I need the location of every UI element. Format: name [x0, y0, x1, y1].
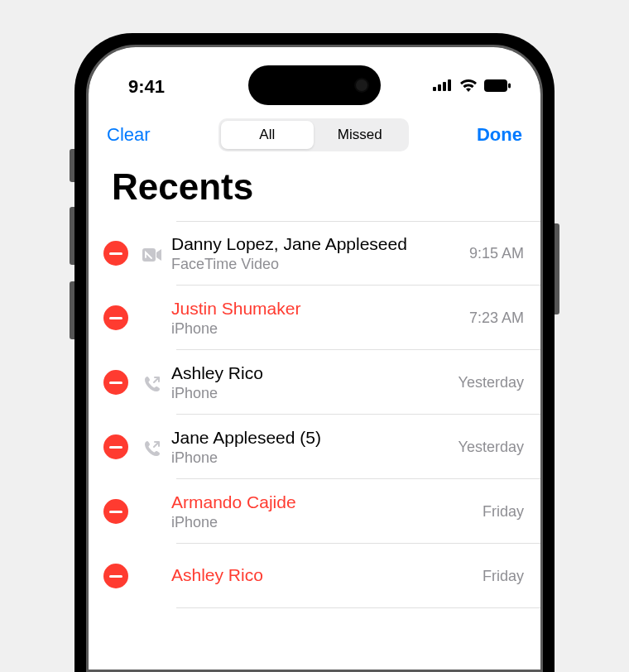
- call-row[interactable]: Danny Lopez, Jane Appleseed FaceTime Vid…: [98, 221, 540, 286]
- caller-name: Ashley Rico: [171, 565, 483, 585]
- delete-button[interactable]: [103, 241, 128, 266]
- call-time: Yesterday: [459, 374, 540, 391]
- svg-rect-0: [433, 87, 436, 91]
- cellular-signal-icon: [433, 79, 453, 94]
- call-type-icon: [140, 510, 165, 513]
- svg-rect-3: [448, 79, 451, 91]
- call-row[interactable]: Ashley Rico Friday: [98, 544, 540, 608]
- call-row[interactable]: Ashley Rico iPhone Yesterday: [98, 350, 540, 415]
- svg-rect-6: [109, 252, 122, 255]
- caller-name: Danny Lopez, Jane Appleseed: [171, 234, 469, 254]
- svg-rect-9: [109, 382, 122, 384]
- call-time: Friday: [483, 568, 540, 585]
- caller-name: Justin Shumaker: [171, 299, 469, 319]
- call-type-icon: [140, 316, 165, 319]
- outgoing-call-icon: [140, 436, 165, 458]
- svg-rect-2: [443, 82, 446, 91]
- caller-name: Armando Cajide: [171, 492, 483, 512]
- navigation-bar: Clear All Missed Done: [89, 105, 540, 160]
- segment-missed[interactable]: Missed: [314, 121, 406, 149]
- call-subtitle: iPhone: [171, 514, 483, 531]
- delete-button[interactable]: [103, 370, 128, 395]
- caller-name: Jane Appleseed (5): [171, 428, 459, 448]
- segment-all[interactable]: All: [221, 121, 314, 149]
- svg-rect-5: [508, 83, 511, 88]
- svg-rect-1: [438, 84, 441, 91]
- call-type-icon: [140, 574, 165, 578]
- call-row[interactable]: Justin Shumaker iPhone 7:23 AM: [98, 286, 540, 350]
- battery-icon: [484, 79, 511, 95]
- phone-frame: 9:41 Clear All Missed Done Recents: [74, 33, 555, 672]
- svg-rect-8: [109, 317, 122, 319]
- call-subtitle: iPhone: [171, 385, 459, 402]
- svg-rect-10: [109, 446, 122, 449]
- phone-screen: 9:41 Clear All Missed Done Recents: [89, 47, 540, 670]
- delete-button[interactable]: [103, 305, 128, 330]
- call-subtitle: FaceTime Video: [171, 256, 469, 273]
- delete-button[interactable]: [103, 564, 128, 588]
- done-button[interactable]: Done: [477, 124, 522, 146]
- call-subtitle: iPhone: [171, 320, 469, 338]
- call-time: Friday: [483, 503, 540, 521]
- delete-button[interactable]: [103, 499, 128, 524]
- svg-rect-4: [484, 79, 507, 92]
- svg-rect-11: [109, 511, 122, 513]
- caller-name: Ashley Rico: [171, 363, 459, 383]
- call-row[interactable]: Jane Appleseed (5) iPhone Yesterday: [98, 415, 540, 479]
- outgoing-call-icon: [140, 372, 165, 393]
- call-time: 7:23 AM: [469, 310, 540, 327]
- call-subtitle: iPhone: [171, 449, 459, 467]
- wifi-icon: [459, 79, 478, 95]
- recents-list: Danny Lopez, Jane Appleseed FaceTime Vid…: [89, 221, 540, 608]
- clear-button[interactable]: Clear: [107, 124, 151, 146]
- status-time: 9:41: [128, 76, 165, 98]
- page-title: Recents: [89, 160, 540, 221]
- filter-segmented-control[interactable]: All Missed: [218, 118, 409, 151]
- dynamic-island: [248, 65, 381, 105]
- call-time: Yesterday: [459, 439, 540, 456]
- call-time: 9:15 AM: [469, 245, 540, 262]
- delete-button[interactable]: [103, 434, 128, 459]
- svg-rect-12: [109, 575, 122, 578]
- facetime-video-icon: [140, 245, 165, 262]
- call-row[interactable]: Armando Cajide iPhone Friday: [98, 479, 540, 544]
